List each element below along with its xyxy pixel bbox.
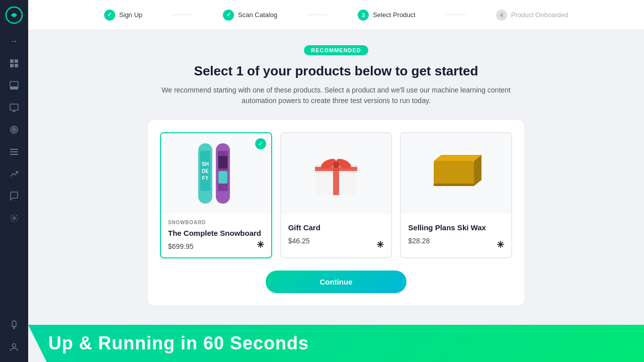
svg-rect-4 xyxy=(15,64,18,67)
step-2-circle: ✓ xyxy=(223,10,234,21)
continue-button[interactable]: Continue xyxy=(266,270,407,293)
monitor-icon[interactable] xyxy=(5,99,23,117)
user-icon[interactable] xyxy=(5,338,23,356)
gift-name: Gift Card xyxy=(288,223,384,233)
wax-asterisk: ✳ xyxy=(497,239,504,250)
svg-text:DE: DE xyxy=(202,168,209,174)
snowboard-asterisk: ✳ xyxy=(257,239,264,250)
recommended-badge: RECOMMENDED xyxy=(304,45,368,55)
inbox-icon[interactable] xyxy=(5,76,23,95)
step-1-label: Sign Up xyxy=(119,11,142,19)
target-icon[interactable] xyxy=(5,121,23,139)
wax-info: Selling Plans Ski Wax $28.28 xyxy=(401,214,511,252)
snowboard-image-area: ✓ SH DE FY xyxy=(161,133,271,214)
sidebar: → xyxy=(0,0,28,362)
gift-info: Gift Card $46.25 xyxy=(281,214,391,252)
step-3-label: Select Product xyxy=(373,11,416,19)
svg-rect-2 xyxy=(15,59,18,63)
svg-marker-37 xyxy=(434,155,481,161)
page-subtitle: We recommend starting with one of these … xyxy=(148,85,524,106)
svg-rect-27 xyxy=(218,156,227,168)
svg-rect-36 xyxy=(434,161,474,186)
step-4-label: Product Onboarded xyxy=(511,11,568,19)
step-2-label: Scan Catalog xyxy=(238,11,277,19)
main-content: ✓ Sign Up ✓ Scan Catalog 3 Select Produc… xyxy=(28,0,644,362)
wax-image-area xyxy=(401,133,511,214)
bottom-banner: Up & Running in 60 Seconds xyxy=(28,325,644,362)
step-connector-2 xyxy=(307,15,328,15)
svg-rect-6 xyxy=(10,86,18,89)
product-card-gift[interactable]: Gift Card $46.25 ✳ xyxy=(280,132,392,258)
svg-rect-14 xyxy=(10,151,18,152)
step-select: 3 Select Product xyxy=(358,10,416,21)
snowboard-category: SNOWBOARD xyxy=(168,220,264,225)
step-signup: ✓ Sign Up xyxy=(104,10,142,21)
products-row: ✓ SH DE FY xyxy=(160,132,512,258)
content-area: RECOMMENDED Select 1 of your products be… xyxy=(28,30,644,362)
step-3-circle: 3 xyxy=(358,10,369,21)
snowboard-name: The Complete Snowboard xyxy=(168,228,261,238)
svg-rect-3 xyxy=(10,64,14,67)
product-card-wax[interactable]: Selling Plans Ski Wax $28.28 ✳ xyxy=(400,132,512,258)
svg-rect-28 xyxy=(218,171,227,184)
step-onboarded: 4 Product Onboarded xyxy=(496,10,568,21)
svg-point-35 xyxy=(333,162,339,168)
content-inner: RECOMMENDED Select 1 of your products be… xyxy=(140,30,532,305)
wax-price: $28.28 xyxy=(408,237,504,245)
snowboard-price: $699.95 xyxy=(168,242,264,250)
step-1-circle: ✓ xyxy=(104,10,115,21)
product-card-snowboard[interactable]: ✓ SH DE FY xyxy=(160,132,272,258)
product-card-container: ✓ SH DE FY xyxy=(148,120,524,305)
selected-check: ✓ xyxy=(255,138,266,149)
svg-rect-7 xyxy=(10,104,18,110)
list-icon[interactable] xyxy=(5,143,23,161)
nav-arrow[interactable]: → xyxy=(5,32,23,50)
analytics-icon[interactable] xyxy=(5,165,23,183)
wax-name: Selling Plans Ski Wax xyxy=(408,223,504,233)
step-scan: ✓ Scan Catalog xyxy=(223,10,277,21)
snowboard-svg: SH DE FY xyxy=(193,141,238,206)
grid-icon[interactable] xyxy=(5,54,23,72)
chat-icon[interactable] xyxy=(5,187,23,205)
page-title: Select 1 of your products below to get s… xyxy=(194,63,478,79)
stepper: ✓ Sign Up ✓ Scan Catalog 3 Select Produc… xyxy=(28,0,644,30)
svg-text:FY: FY xyxy=(202,175,209,181)
settings-icon[interactable] xyxy=(5,209,23,227)
svg-rect-39 xyxy=(434,184,474,186)
svg-rect-15 xyxy=(10,154,18,155)
svg-point-16 xyxy=(13,217,16,220)
gift-asterisk: ✳ xyxy=(376,239,384,250)
snowboard-info: SNOWBOARD The Complete Snowboard $699.95 xyxy=(161,214,271,257)
step-connector-3 xyxy=(446,15,466,15)
svg-point-19 xyxy=(13,344,16,347)
svg-point-12 xyxy=(14,129,15,131)
bell-icon[interactable] xyxy=(5,316,23,334)
svg-point-18 xyxy=(14,328,15,329)
step-4-circle: 4 xyxy=(496,10,507,21)
banner-text: Up & Running in 60 Seconds xyxy=(48,333,309,354)
step-connector-1 xyxy=(173,15,193,15)
wax-svg xyxy=(424,151,489,196)
svg-rect-1 xyxy=(10,59,14,63)
app-logo[interactable] xyxy=(5,6,23,24)
svg-rect-13 xyxy=(10,149,18,150)
gift-image-area xyxy=(281,133,391,214)
gift-svg xyxy=(311,151,361,196)
svg-text:SH: SH xyxy=(202,161,209,167)
gift-price: $46.25 xyxy=(288,237,384,245)
